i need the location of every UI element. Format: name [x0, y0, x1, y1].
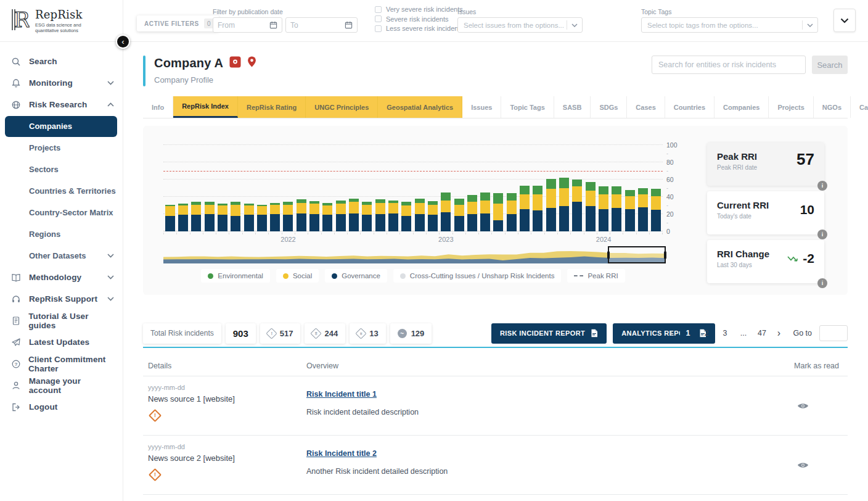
sidebar-item-regions[interactable]: Regions	[0, 223, 123, 245]
tab-info[interactable]: Info	[143, 96, 173, 118]
bar-segment-social	[415, 203, 425, 214]
severity-1-icon: !	[149, 468, 162, 481]
checkbox-very-severe-risk-incidents[interactable]: Very severe risk incidents	[375, 6, 464, 13]
country-flag-icon[interactable]	[229, 56, 241, 70]
date-from-field[interactable]	[213, 17, 282, 33]
incident-title-link[interactable]: Risk Incident title 2	[306, 449, 377, 458]
location-pin-icon[interactable]	[247, 56, 256, 70]
sidebar-item-companies[interactable]: Companies	[0, 115, 123, 137]
sidebar-collapse-button[interactable]: ‹	[116, 35, 130, 49]
calendar-icon[interactable]	[269, 21, 277, 29]
bar-segment-environmental	[572, 180, 582, 186]
checkbox-severe-risk-incidents[interactable]: Severe risk incidents	[375, 15, 464, 23]
date-to-field[interactable]	[285, 17, 358, 33]
tab-reprisk-rating[interactable]: RepRisk Rating	[238, 96, 306, 118]
entity-search-button[interactable]: Search	[812, 56, 848, 74]
issues-select[interactable]: Select issues from the options...	[457, 17, 583, 33]
info-icon[interactable]: i	[817, 181, 827, 191]
eye-icon[interactable]	[797, 402, 809, 410]
tab-campaigns[interactable]: Campaigns	[851, 96, 868, 118]
tab-geospatial-analytics[interactable]: Geospatial Analytics	[378, 96, 462, 118]
entity-search-input[interactable]	[652, 56, 806, 74]
pagination-page-2[interactable]: 2	[698, 326, 714, 341]
tab-cases[interactable]: Cases	[627, 96, 665, 118]
legend-item-governance[interactable]: Governance	[325, 269, 387, 283]
sidebar-item-latest-updates[interactable]: Latest Updates	[0, 331, 123, 353]
sidebar-item-client-commitment-charter[interactable]: ?Client Commitment Charter	[0, 353, 123, 375]
sidebar-item-sectors[interactable]: Sectors	[0, 159, 123, 180]
severity-3-chip[interactable]: !!!13	[350, 323, 385, 344]
pagination-page-1[interactable]: 1	[680, 326, 695, 341]
sidebar-item-projects[interactable]: Projects	[0, 137, 123, 159]
tab-issues[interactable]: Issues	[462, 96, 501, 118]
tab-projects[interactable]: Projects	[769, 96, 813, 118]
checkbox-label: Less severe risk incidents	[386, 25, 464, 32]
reprisk-logo[interactable]: R RepRisk ESG data science and quantitat…	[0, 0, 123, 42]
eye-icon[interactable]	[797, 462, 809, 469]
unsharp-incidents-chip[interactable]: ~ 129	[390, 323, 432, 344]
sidebar-subitem-label: Country-Sector Matrix	[29, 208, 113, 217]
legend-item-cross-cutting-issues-unsharp-risk-incidents[interactable]: Cross-Cutting Issues / Unsharp Risk Inci…	[393, 269, 562, 283]
incident-title-link[interactable]: Risk Incident title 1	[306, 390, 377, 399]
tab-topic-tags[interactable]: Topic Tags	[501, 96, 554, 118]
pagination-prev[interactable]: ‹	[665, 328, 677, 339]
book-icon	[11, 272, 22, 283]
stacked-bar-month-24	[467, 195, 477, 231]
tab-sasb[interactable]: SASB	[554, 96, 591, 118]
risk-incident-report-button[interactable]: RISK INCIDENT REPORT	[491, 323, 607, 344]
checkbox-box[interactable]	[375, 15, 382, 22]
tab-sdgs[interactable]: SDGs	[591, 96, 627, 118]
sidebar-item-manage-your-account[interactable]: Manage your account	[0, 375, 123, 396]
filters-collapse-button[interactable]	[833, 9, 856, 32]
bar-segment-governance	[388, 213, 398, 231]
bar-segment-environmental	[493, 193, 503, 204]
sidebar-item-other-datasets[interactable]: Other Datasets	[0, 245, 123, 267]
pagination-next[interactable]: ›	[772, 328, 785, 339]
tab-reprisk-index[interactable]: RepRisk Index	[173, 96, 238, 118]
sidebar-item-monitoring[interactable]: Monitoring	[0, 72, 123, 94]
severity-1-chip[interactable]: !517	[260, 323, 301, 344]
checkbox-box[interactable]	[375, 6, 382, 13]
goto-page-input[interactable]	[819, 325, 848, 341]
info-icon[interactable]: i	[817, 230, 827, 239]
sidebar-item-search[interactable]: Search	[0, 51, 123, 72]
sidebar-item-country-sector-matrix[interactable]: Country-Sector Matrix	[0, 202, 123, 223]
bar-segment-governance	[375, 214, 385, 231]
sidebar-item-tutorial-user-guides[interactable]: Tutorial & User guides	[0, 310, 123, 331]
checkbox-less-severe-risk-incidents[interactable]: Less severe risk incidents	[375, 25, 464, 32]
sidebar-item-risk-research[interactable]: Risk Research	[0, 94, 123, 115]
topic-tags-select[interactable]: Select topic tags from the options...	[641, 17, 818, 33]
bar-segment-governance	[467, 214, 477, 231]
sidebar-item-methodology[interactable]: Methodology	[0, 267, 123, 288]
stacked-bar-month-28	[520, 186, 530, 231]
tab-countries[interactable]: Countries	[665, 96, 714, 118]
pagination-page-3[interactable]: 3	[717, 326, 732, 341]
legend-item-peak-rri[interactable]: Peak RRI	[567, 269, 624, 283]
bar-slot	[242, 145, 255, 231]
bar-slot	[413, 145, 426, 231]
tab-ungc-principles[interactable]: UNGC Principles	[306, 96, 378, 118]
bar-segment-environmental	[480, 193, 490, 201]
pagination-page-47[interactable]: 47	[754, 326, 769, 341]
headset-icon	[11, 294, 22, 304]
bar-segment-governance	[231, 216, 240, 231]
section-divider	[143, 347, 848, 348]
active-filters-chip[interactable]: ACTIVE FILTERS 0	[137, 15, 219, 31]
calendar-icon[interactable]	[345, 21, 353, 29]
severity-count: 244	[324, 329, 338, 338]
checkbox-box[interactable]	[375, 25, 382, 32]
legend-item-environmental[interactable]: Environmental	[201, 269, 270, 283]
info-icon[interactable]: i	[817, 278, 827, 288]
tab-companies[interactable]: Companies	[714, 96, 769, 118]
x-axis-ticks	[163, 233, 663, 234]
date-to-input[interactable]	[290, 21, 345, 30]
sidebar-item-logout[interactable]: Logout	[0, 396, 123, 418]
sidebar-item-countries-territories[interactable]: Countries & Territories	[0, 180, 123, 202]
severity-2-chip[interactable]: !!244	[305, 323, 345, 344]
sidebar-item-reprisk-support[interactable]: RepRisk Support	[0, 288, 123, 310]
legend-item-social[interactable]: Social	[276, 269, 319, 283]
navigator-brush-handle[interactable]	[608, 246, 666, 263]
bar-slot	[544, 145, 557, 231]
tab-ngos[interactable]: NGOs	[814, 96, 851, 118]
date-from-input[interactable]	[218, 21, 269, 30]
